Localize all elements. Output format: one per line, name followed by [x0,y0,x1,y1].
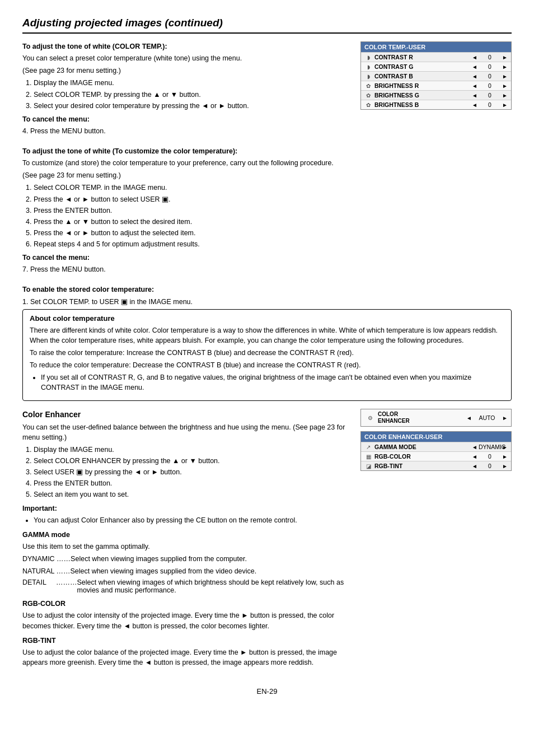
row-value: 0 [479,73,501,80]
arrow-right-icon: ► [501,102,509,108]
arrow-right-icon: ► [501,92,509,99]
arrow-left-icon: ◄ [471,73,479,80]
arrow-left-icon: ◄ [471,444,479,450]
row-value: DYNAMIC [479,444,501,450]
rgb-tint-desc: Use to adjust the color balance of the p… [22,647,350,668]
customize-see-page: (See page 23 for menu setting.) [22,170,350,180]
color-temp-steps: Display the IMAGE menu. Select COLOR TEM… [34,78,350,110]
color-enhancer-single-table: ⚙ COLORENHANCER ◄ AUTO ► [360,409,512,427]
list-item: Select COLOR TEMP. by pressing the ▲ or … [34,90,350,100]
about-para1: There are different kinds of white color… [30,325,504,346]
gamma-natural: NATURAL ……Select when viewing images sup… [22,566,350,576]
list-item: Press the ENTER button. [34,478,350,488]
rgb-color-desc: Use to adjust the color intensity of the… [22,610,350,631]
row-label: GAMMA MODE [373,444,471,450]
list-item: Display the IMAGE menu. [34,78,350,88]
arrow-right-icon: ► [501,64,509,70]
important-label: Important: [22,503,350,514]
list-item: Select USER ▣ by pressing the ◄ or ► but… [34,467,350,477]
row-label: CONTRAST B [373,73,471,80]
arrow-right-icon: ► [501,415,509,421]
table-row: ↗ GAMMA MODE ◄ DYNAMIC ► [361,442,511,451]
arrow-right-icon: ► [501,54,509,60]
page-title: Adjusting projected images (continued) [22,17,512,34]
row-value: 0 [479,54,501,60]
row-icon: ◗ [363,54,373,60]
color-temp-left: To adjust the tone of white (COLOR TEMP.… [22,41,350,309]
row-label: BRIGHTNESS G [373,92,471,99]
row-value: 0 [479,453,501,460]
arrow-left-icon: ◄ [465,415,473,421]
color-enhancer-icon: ⚙ [363,415,377,421]
about-para2: To raise the color temperature: Increase… [30,348,504,358]
cancel2-step: 7. Press the MENU button. [22,264,350,274]
table-row: ◪ RGB-TINT ◄ 0 ► [361,461,511,470]
customize-heading: To adjust the tone of white (To customiz… [22,146,350,156]
list-item: You can adjust Color Enhancer also by pr… [34,515,350,525]
color-enhancer-single-row: ⚙ COLORENHANCER ◄ AUTO ► [361,409,511,426]
color-temp-intro: You can select a preset color temperatur… [22,53,350,63]
row-icon: ↗ [363,444,373,450]
arrow-right-icon: ► [501,463,509,469]
row-label: BRIGHTNESS R [373,82,471,89]
row-value: 0 [479,463,501,469]
table-row: ✿ BRIGHTNESS G ◄ 0 ► [361,90,511,100]
customize-steps: Select COLOR TEMP. in the IMAGE menu. Pr… [34,183,350,249]
list-item: Select an item you want to set. [34,489,350,500]
cancel2-heading: To cancel the menu: [22,253,350,263]
row-label: RGB-COLOR [373,453,471,460]
gamma-detail-label: DETAIL [22,578,56,586]
about-para3: To reduce the color temperature: Decreas… [30,360,504,370]
row-icon: ✿ [363,102,373,108]
list-item: Select COLOR TEMP. in the IMAGE menu. [34,183,350,193]
color-enhancer-left: Color Enhancer You can set the user-defi… [22,409,350,670]
color-enhancer-label: COLORENHANCER [377,411,465,424]
table-row: ✿ BRIGHTNESS B ◄ 0 ► [361,100,511,109]
color-enhancer-section: Color Enhancer You can set the user-defi… [22,409,512,670]
color-temp-section: To adjust the tone of white (COLOR TEMP.… [22,41,512,309]
row-icon: ◗ [363,64,373,70]
gamma-detail-row: DETAIL ……… Select when viewing images of… [22,578,350,594]
table-row: ◗ CONTRAST R ◄ 0 ► [361,52,511,62]
row-value: 0 [479,101,501,108]
list-item: Repeat steps 4 and 5 for optimum adjustm… [34,239,350,249]
arrow-left-icon: ◄ [471,83,479,89]
color-temp-user-header: COLOR TEMP.-USER [361,42,511,52]
color-enhancer-value: AUTO [473,414,501,421]
row-label: CONTRAST G [373,63,471,70]
arrow-left-icon: ◄ [471,92,479,99]
arrow-left-icon: ◄ [471,64,479,70]
list-item: Display the IMAGE menu. [34,445,350,455]
arrow-left-icon: ◄ [471,463,479,469]
color-enhancer-right: ⚙ COLORENHANCER ◄ AUTO ► COLOR ENHANCER-… [360,409,512,475]
row-value: 0 [479,92,501,99]
gamma-detail-text: Select when viewing images of which brig… [77,578,351,594]
table-row: ◗ CONTRAST G ◄ 0 ► [361,62,511,71]
color-enhancer-steps: Display the IMAGE menu. Select COLOR ENH… [34,445,350,500]
table-row: ◗ CONTRAST B ◄ 0 ► [361,71,511,81]
about-color-temp-box: About color temperature There are differ… [22,309,512,402]
important-list: You can adjust Color Enhancer also by pr… [34,515,350,525]
list-item: If you set all of CONTRAST R, G, and B t… [41,372,504,393]
rgb-tint-label: RGB-TINT [22,636,350,646]
arrow-right-icon: ► [501,73,509,80]
color-enhancer-user-header: COLOR ENHANCER-USER [361,432,511,442]
list-item: Press the ◄ or ► button to select USER ▣… [34,194,350,204]
list-item: Select COLOR ENHANCER by pressing the ▲ … [34,456,350,466]
color-enhancer-user-table: COLOR ENHANCER-USER ↗ GAMMA MODE ◄ DYNAM… [360,431,512,471]
row-icon: ◗ [363,73,373,80]
list-item: Select your desired color temperature by… [34,101,350,111]
list-item: Press the ENTER button. [34,206,350,216]
arrow-right-icon: ► [501,444,509,450]
cancel-step: 4. Press the MENU button. [22,126,350,136]
row-value: 0 [479,63,501,70]
cancel-heading: To cancel the menu: [22,114,350,124]
gamma-dynamic: DYNAMIC ……Select when viewing images sup… [22,554,350,564]
color-temp-heading: To adjust the tone of white (COLOR TEMP.… [22,41,350,52]
color-temp-see-page: (See page 23 for menu setting.) [22,66,350,76]
about-bullets: If you set all of CONTRAST R, G, and B t… [41,372,504,393]
row-value: 0 [479,82,501,89]
arrow-left-icon: ◄ [471,102,479,108]
customize-intro: To customize (and store) the color tempe… [22,158,350,168]
gamma-detail-dots: ……… [56,578,77,586]
